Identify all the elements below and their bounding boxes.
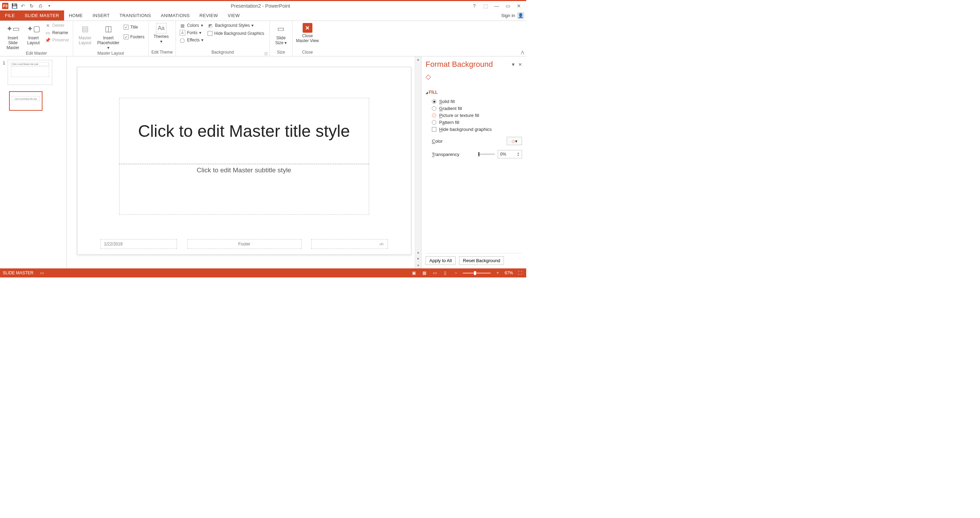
gradient-fill-label: Gradient fill — [439, 106, 462, 111]
paint-bucket-icon: ◇ — [512, 138, 515, 144]
redo-icon[interactable]: ↻ — [29, 3, 35, 9]
title-placeholder[interactable]: Click to edit Master title style — [119, 98, 369, 164]
gradient-fill-radio[interactable]: Gradient fill — [432, 106, 522, 111]
hide-background-graphics-checkbox[interactable]: Hide Background Graphics — [207, 31, 265, 36]
next-slide-icon[interactable]: ▾ — [415, 262, 421, 269]
background-dialog-launcher-icon[interactable]: ◲ — [264, 51, 267, 56]
close-master-view-button[interactable]: ✕ Close Master View — [295, 22, 320, 43]
normal-view-icon[interactable]: ▣ — [410, 270, 418, 276]
zoom-out-icon[interactable]: − — [452, 270, 459, 276]
themes-button[interactable]: Aa Themes▾ — [151, 22, 171, 44]
close-window-icon[interactable]: ✕ — [516, 3, 522, 9]
reset-background-button[interactable]: Reset Background — [459, 256, 504, 265]
fill-section-header[interactable]: FILL — [426, 90, 522, 95]
maximize-icon[interactable]: ▭ — [504, 3, 511, 9]
scroll-up-icon[interactable]: ▲ — [415, 56, 421, 62]
scroll-down-icon[interactable]: ▼ — [415, 256, 421, 261]
fonts-button[interactable]: AFonts ▾ — [179, 30, 204, 36]
status-mode-label: SLIDE MASTER — [3, 270, 33, 275]
hide-bg-graphics-checkbox[interactable]: Hide background graphics — [432, 127, 522, 132]
slide-sorter-view-icon[interactable]: ▦ — [421, 270, 428, 276]
sign-in[interactable]: Sign in 👤 — [499, 10, 526, 21]
slide-size-button[interactable]: ▭ Slide Size ▾ — [273, 22, 290, 45]
tab-transitions[interactable]: TRANSITIONS — [115, 10, 156, 21]
insert-layout-button[interactable]: ✦▢ Insert Layout — [25, 22, 42, 45]
layout-thumbnail-selected[interactable]: Click to edit Master title style — [9, 91, 43, 111]
rename-button[interactable]: ▭Rename — [44, 30, 70, 36]
apply-to-all-button[interactable]: Apply to All — [426, 256, 455, 265]
pane-options-icon[interactable]: ▼ — [511, 62, 515, 67]
color-picker-button[interactable]: ◇ ▾ — [507, 137, 522, 145]
undo-icon[interactable]: ↶ — [20, 3, 26, 9]
themes-label: Themes▾ — [154, 34, 169, 44]
insert-slide-master-button[interactable]: ✦▭ Insert Slide Master — [3, 22, 23, 50]
group-close: ✕ Close Master View Close — [293, 21, 323, 56]
insert-placeholder-button[interactable]: ◫ Insert Placeholder ▾ — [96, 22, 121, 50]
transparency-input[interactable]: 0%▲▼ — [498, 150, 522, 158]
sign-in-label: Sign in — [501, 13, 515, 18]
previous-slide-icon[interactable]: ▴ — [415, 249, 421, 255]
group-size-label: Size — [273, 49, 290, 56]
solid-fill-radio[interactable]: Solid fill — [432, 99, 522, 104]
title-checkbox[interactable]: ✓Title — [123, 24, 146, 30]
background-styles-label: Background Styles — [215, 23, 250, 28]
pane-close-icon[interactable]: ✕ — [518, 62, 522, 67]
slide-canvas[interactable]: Click to edit Master title style Click t… — [67, 56, 421, 269]
zoom-slider[interactable] — [463, 273, 491, 273]
transparency-slider[interactable] — [479, 154, 495, 155]
colors-label: Colors — [187, 23, 199, 28]
zoom-level-label[interactable]: 67% — [504, 270, 513, 275]
date-placeholder[interactable]: 1/22/2019 — [100, 239, 177, 249]
tab-review[interactable]: REVIEW — [195, 10, 223, 21]
background-styles-button[interactable]: ◩Background Styles ▾ — [207, 22, 265, 29]
reading-view-icon[interactable]: ▭ — [431, 270, 439, 276]
vertical-scrollbar[interactable]: ▲ ▼ ▴ ▾ — [415, 56, 421, 269]
start-from-beginning-icon[interactable]: ⎙ — [38, 3, 43, 9]
master-layout-label: Master Layout — [79, 35, 92, 45]
tab-animations[interactable]: ANIMATIONS — [156, 10, 195, 21]
qat-more-icon[interactable]: ▾ — [46, 3, 52, 9]
master-slide-thumbnail[interactable]: Click to edit Master title style — [8, 60, 52, 85]
close-master-view-icon: ✕ — [303, 23, 312, 33]
tab-insert[interactable]: INSERT — [88, 10, 115, 21]
tab-view[interactable]: VIEW — [223, 10, 245, 21]
subtitle-placeholder[interactable]: Click to edit Master subtitle style — [119, 167, 369, 174]
effects-label: Effects — [187, 38, 200, 43]
insert-layout-label: Insert Layout — [27, 35, 40, 45]
slideshow-view-icon[interactable]: ▯ — [442, 270, 449, 276]
tab-file[interactable]: FILE — [0, 10, 20, 21]
slide-master-preview[interactable]: Click to edit Master title style Click t… — [77, 67, 411, 255]
fill-category-icon[interactable]: ◇ — [426, 72, 522, 81]
save-icon[interactable]: 💾 — [11, 3, 17, 9]
footers-checkbox-label: Footers — [130, 35, 145, 39]
master-layout-button: ▤ Master Layout — [76, 22, 94, 45]
group-background-label: Background — [179, 49, 267, 56]
slide-thumbnails-pane[interactable]: 1 Click to edit Master title style Click… — [0, 56, 67, 269]
content-placeholder[interactable]: Click to edit Master subtitle style — [119, 164, 369, 215]
group-edit-master-label: Edit Master — [3, 50, 70, 56]
tab-slide-master[interactable]: SLIDE MASTER — [20, 10, 64, 21]
effects-button[interactable]: ◯Effects ▾ — [179, 37, 204, 43]
fit-to-window-icon[interactable]: ⛶ — [517, 270, 523, 276]
pattern-fill-radio[interactable]: Pattern fill — [432, 120, 522, 125]
main-area: 1 Click to edit Master title style Click… — [0, 56, 526, 269]
transparency-value: 0% — [500, 152, 506, 157]
minimize-icon[interactable]: — — [493, 3, 500, 9]
notes-icon[interactable]: ▭ — [38, 270, 45, 276]
pattern-fill-label: Pattern fill — [439, 120, 459, 125]
preserve-button[interactable]: 📌Preserve — [44, 37, 70, 43]
collapse-ribbon-icon[interactable]: ⋀ — [521, 50, 524, 55]
picture-fill-radio[interactable]: Picture or texture fill — [432, 113, 522, 118]
group-edit-theme: Aa Themes▾ Edit Theme — [149, 21, 176, 56]
tab-home[interactable]: HOME — [64, 10, 88, 21]
help-icon[interactable]: ? — [471, 3, 477, 9]
footer-placeholder[interactable]: Footer — [187, 239, 302, 249]
fonts-icon: A — [180, 30, 185, 35]
checkbox-icon — [208, 31, 212, 36]
zoom-in-icon[interactable]: + — [494, 270, 501, 276]
footers-checkbox[interactable]: ✓Footers — [123, 34, 146, 40]
ribbon-display-options-icon[interactable]: ⬚ — [482, 3, 488, 9]
slide-number-placeholder[interactable]: ‹#› — [311, 239, 388, 249]
delete-button[interactable]: ✕Delete — [44, 22, 70, 29]
colors-button[interactable]: ▦Colors ▾ — [179, 22, 204, 29]
